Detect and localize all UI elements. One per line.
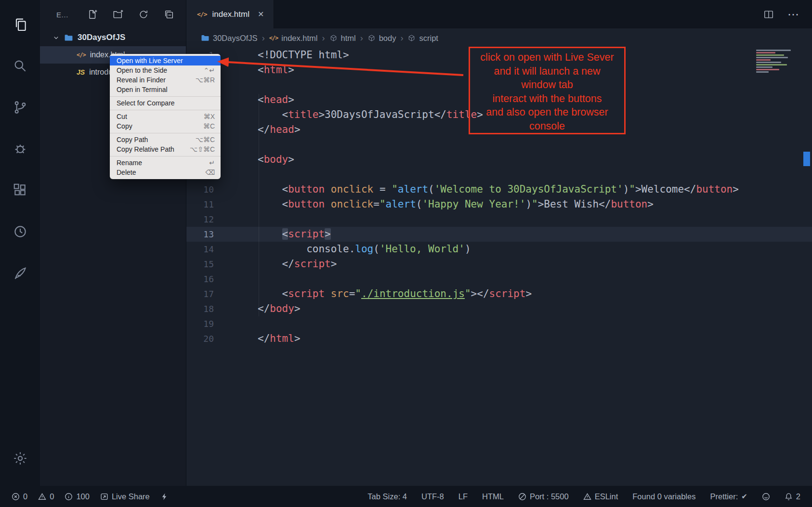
bolt-icon	[160, 493, 169, 501]
code-token: log	[355, 243, 373, 255]
tab-index-html[interactable]: </> index.html ✕	[186, 0, 274, 28]
breadcrumb-item-file[interactable]: </> index.html	[269, 34, 318, 43]
code-token: <	[258, 109, 288, 120]
code-line[interactable]: 8<body>	[186, 152, 812, 167]
warning-count: 0	[50, 492, 54, 501]
code-line[interactable]: 7	[186, 137, 812, 152]
eol-indicator[interactable]: LF	[458, 492, 468, 501]
menu-item-delete[interactable]: Delete⌫	[110, 168, 221, 177]
menu-item-open-to-the-side[interactable]: Open to the Side⌃↵	[110, 65, 221, 75]
menu-item-copy[interactable]: Copy⌘C	[110, 121, 221, 131]
vscode-window: E… 30DaysOfJS </> index.html JS introduc…	[0, 0, 812, 507]
menu-item-select-for-compare[interactable]: Select for Compare	[110, 98, 221, 108]
code-token: button	[288, 183, 325, 195]
debug-icon[interactable]	[0, 128, 40, 169]
code-token: src	[331, 288, 349, 299]
line-number: 15	[186, 257, 223, 272]
code-token	[325, 198, 331, 210]
pen-icon[interactable]	[0, 252, 40, 294]
breadcrumb-item-body[interactable]: body	[367, 34, 396, 43]
live-server-bolt[interactable]	[160, 493, 169, 501]
project-folder-row[interactable]: 30DaysOfJS	[40, 29, 186, 46]
info-status[interactable]: 100	[65, 492, 90, 501]
split-editor-icon[interactable]	[763, 9, 774, 20]
breadcrumb-item-project[interactable]: 30DaysOfJS	[201, 34, 258, 43]
code-line[interactable]: 14 console.log('Hello, World')	[186, 242, 812, 257]
code-line[interactable]: 12	[186, 212, 812, 227]
code-line[interactable]: 15 </script>	[186, 257, 812, 272]
menu-item-copy-relative-path[interactable]: Copy Relative Path⌥⇧⌘C	[110, 144, 221, 154]
code-token: (	[373, 243, 380, 255]
code-line[interactable]: 10 <button onclick = "alert('Welcome to …	[186, 182, 812, 197]
history-icon[interactable]	[0, 211, 40, 252]
code-token	[258, 228, 282, 240]
collapse-all-icon[interactable]	[164, 9, 174, 20]
search-icon[interactable]	[0, 45, 40, 87]
symbol-cube-icon	[329, 34, 338, 42]
code-line[interactable]: 20</html>	[186, 331, 812, 346]
code-line[interactable]: 18</body>	[186, 301, 812, 316]
line-number: 19	[186, 316, 223, 331]
live-share-button[interactable]: Live Share	[100, 492, 150, 501]
explorer-icon[interactable]	[0, 4, 40, 45]
tab-size-indicator[interactable]: Tab Size: 4	[367, 492, 407, 501]
encoding-indicator[interactable]: UTF-8	[421, 492, 444, 501]
minimap[interactable]	[756, 50, 799, 74]
port-indicator[interactable]: Port : 5500	[518, 492, 569, 501]
menu-item-open-with-live-server[interactable]: Open with Live Server	[110, 56, 221, 65]
menu-item-open-in-terminal[interactable]: Open in Terminal	[110, 85, 221, 94]
code-token: .	[349, 243, 355, 255]
project-folder-label: 30DaysOfJS	[78, 33, 125, 42]
new-folder-icon[interactable]	[113, 9, 123, 20]
menu-item-rename[interactable]: Rename↵	[110, 158, 221, 168]
feedback-smiley[interactable]	[762, 493, 770, 501]
code-token: )	[623, 183, 629, 195]
menu-item-copy-path[interactable]: Copy Path⌥⌘C	[110, 135, 221, 144]
refresh-icon[interactable]	[138, 9, 149, 20]
breadcrumb-item-html[interactable]: html	[329, 34, 356, 43]
chevron-right-icon: ›	[322, 33, 325, 43]
code-line[interactable]: 13 <script>	[186, 227, 812, 242]
new-file-icon[interactable]	[87, 9, 98, 20]
scrollbar-decoration[interactable]	[803, 152, 810, 166]
extensions-icon[interactable]	[0, 169, 40, 211]
eslint-status[interactable]: ESLint	[583, 492, 618, 501]
minimap-line	[756, 57, 788, 58]
code-line[interactable]: 17 <script src="./introduction.js"></scr…	[186, 286, 812, 301]
code-token: button	[696, 183, 733, 195]
project-folder-icon	[64, 33, 73, 42]
code-line[interactable]: 19	[186, 316, 812, 331]
code-token: head	[264, 94, 288, 105]
code-token: html	[264, 64, 288, 76]
code-line[interactable]: 9	[186, 167, 812, 182]
source-control-icon[interactable]	[0, 87, 40, 128]
breadcrumb-item-script[interactable]: script	[407, 34, 438, 43]
settings-gear-icon[interactable]	[0, 438, 40, 479]
live-share-label: Live Share	[112, 492, 150, 501]
problems-warnings[interactable]: 0	[38, 492, 54, 501]
menu-item-reveal-in-finder[interactable]: Reveal in Finder⌥⌘R	[110, 75, 221, 85]
line-number: 16	[186, 272, 223, 286]
code-line[interactable]: 11 <button onclick="alert('Happy New Yea…	[186, 197, 812, 212]
code-token: </	[258, 258, 294, 270]
breadcrumb-label: index.html	[281, 34, 317, 43]
close-icon[interactable]: ✕	[258, 10, 264, 19]
problems-errors[interactable]: 0	[12, 492, 27, 501]
language-indicator[interactable]: HTML	[482, 492, 504, 501]
code-token: <	[258, 288, 288, 299]
code-token: "	[465, 288, 471, 299]
chevron-right-icon: ›	[262, 33, 265, 43]
code-text	[223, 167, 258, 182]
code-token: "	[532, 198, 538, 210]
variables-status[interactable]: Found 0 variables	[632, 492, 695, 501]
code-line[interactable]: 16	[186, 272, 812, 286]
warning-triangle-icon	[583, 493, 591, 501]
menu-item-cut[interactable]: Cut⌘X	[110, 112, 221, 121]
prettier-status[interactable]: Prettier: ✔	[710, 492, 747, 501]
code-token: head	[270, 124, 294, 135]
minimap-line	[756, 71, 769, 73]
more-actions-icon[interactable]: ⋯	[787, 8, 799, 21]
minimap-line	[756, 50, 791, 51]
chevron-down-icon	[52, 34, 60, 41]
notifications-bell[interactable]: 2	[785, 492, 800, 501]
